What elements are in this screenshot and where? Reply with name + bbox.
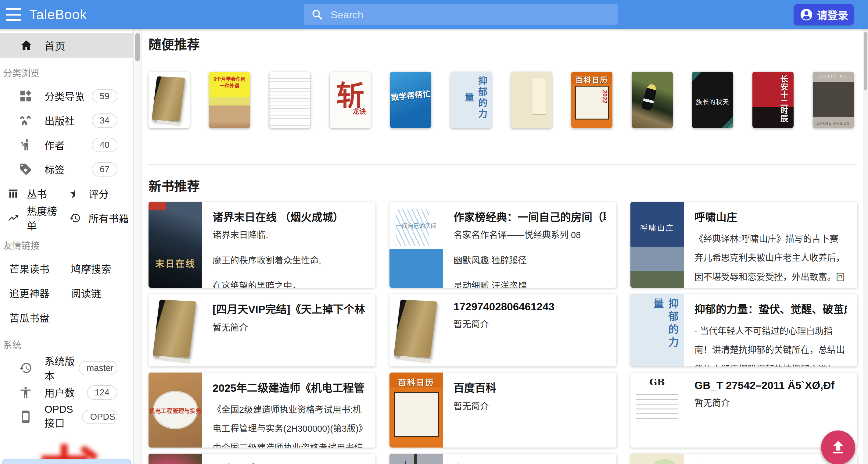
book-cover[interactable]: 斩龙诀 [330,72,371,128]
book-title: [四月天VIP完结]《天上掉下个林妹妹》 [213,301,365,316]
book-cover[interactable] [632,72,673,128]
book-description: 《全国2级建造师执业资格考试用书:机电工程管理与实务(2H300000)(第3版… [213,400,365,448]
book-card[interactable]: 一间自己的房间 作家榜经典：一间自己的房间（聪明女... 名家名作名译——悦经典… [390,202,616,288]
friend-link[interactable]: 追更神器 [0,281,67,305]
series-icon [7,188,19,199]
book-description: 暂无简介 [454,318,606,331]
book-card[interactable]: [四月天VIP完结]《天上掉下个林妹妹》 暂无简介 [149,294,375,366]
book-title: 17297402806461243 [454,301,606,313]
search-input[interactable] [330,8,611,21]
friend-link[interactable]: 阅读链 [67,281,133,305]
sidebar-item-label: 首页 [44,38,65,53]
book-cover-thumbnail: 抑郁的力量 [630,294,684,366]
book-cover[interactable] [269,72,310,128]
book-cover[interactable]: UNTITLEDDIANE ARBUS [813,72,854,128]
book-cover-thumbnail: 一间自己的房间 [390,202,443,288]
book-card[interactable]: 百科日历 百度百科 暂无简介 [390,372,616,448]
scrollbar-thumb[interactable] [864,32,867,90]
book-cover-thumbnail: 机电工程管理与实务 [149,372,202,448]
sidebar-row: 丛书 评分 [0,181,133,206]
book-title: 狮子 [694,460,847,464]
sidebar-item-label: 评分 [89,186,109,201]
count-badge: 34 [92,113,117,128]
book-cover[interactable]: 百科日历2022 [571,72,613,128]
book-description: 《经典译林:呼啸山庄》描写的吉卜赛弃儿希思克利夫被山庄老主人收养后，因不堪受辱和… [694,230,847,288]
site-logo: 书 [21,424,113,464]
sidebar-item-all-books[interactable]: 所有书籍 [67,206,133,230]
book-cover-thumbnail: 末日在线 [149,202,202,288]
scrollbar-thumb[interactable] [135,33,140,61]
book-card[interactable]: 17297402806461243 暂无简介 [390,294,616,366]
author-icon [19,138,32,152]
book-cover[interactable]: 抑郁的力量 [451,72,492,128]
menu-icon[interactable] [6,8,21,21]
book-cover-thumbnail: 呼啸山庄 [630,202,684,288]
count-badge: 59 [92,89,117,103]
book-card[interactable]: 东风 [390,454,616,464]
sidebar-row: 追更神器 阅读链 [0,281,133,305]
book-card[interactable]: 机电工程管理与实务 2025年二级建造师《机电工程管理与实... 《全国2级建造… [149,372,375,448]
sidebar-item-authors[interactable]: 作者 40 [0,133,133,157]
book-cover[interactable]: 族长的秋天 [692,72,733,128]
book-cover-thumbnail: 百科日历 [390,372,443,448]
random-covers-row: 6个月学会任何一种外语 斩龙诀 数学帮帮忙 抑郁的力量 百科日历2022 族长的… [149,72,857,128]
book-card[interactable]: GB GB_T 27542–2011 Ä5`XØ,Đf 暂无简介 [630,372,857,448]
section-header-browse: 分类浏览 [0,66,133,79]
page-scrollbar[interactable] [863,29,868,464]
users-icon [19,386,32,399]
book-title: 百度百科 [454,379,606,395]
book-cover[interactable] [149,72,190,128]
sidebar-item-version[interactable]: 系统版本 master [0,356,133,380]
new-books-grid: 末日在线 诸界末日在线 （烟火成城） 诸界末日降临,魔王的秩序收割着众生性命,在… [149,202,857,464]
book-card[interactable]: 呼啸山庄 呼啸山庄 《经典译林:呼啸山庄》描写的吉卜赛弃儿希思克利夫被山庄老主人… [630,202,857,288]
friend-link[interactable]: 苦瓜书盘 [0,305,67,330]
sidebar-row: 热度榜单 所有书籍 [0,206,133,230]
sidebar: 首页 分类浏览 分类导览 59 出版社 34 作者 40 标签 [0,29,133,464]
book-cover[interactable]: 6个月学会任何一种外语 [209,72,250,128]
sidebar-item-categories[interactable]: 分类导览 59 [0,84,133,108]
upload-fab-button[interactable] [821,430,855,464]
sidebar-item-series[interactable]: 丛书 [0,181,67,206]
search-bar[interactable] [304,4,618,25]
opds-badge: OPDS [82,410,117,424]
friend-link[interactable]: 芒果读书 [0,256,67,281]
book-cover-thumbnail [390,454,443,464]
search-icon [311,8,323,21]
book-card[interactable]: 末日在线 诸界末日在线 （烟火成城） 诸界末日降临,魔王的秩序收割着众生性命,在… [149,202,375,288]
login-button[interactable]: 请登录 [794,4,854,25]
sidebar-item-rating[interactable]: 评分 [67,181,133,206]
book-description: 暂无简介 [694,397,847,409]
sidebar-item-publishers[interactable]: 出版社 34 [0,108,133,133]
version-badge: master [79,361,117,375]
sidebar-item-home[interactable]: 首页 [0,33,133,58]
book-cover[interactable]: 长安十二时辰 [752,72,794,128]
book-description: 名家名作名译——悦经典系列 08幽默风趣 独辟蹊径灵动细腻 汪洋恣肆… [454,230,606,288]
book-cover-thumbnail [390,294,443,366]
count-badge: 40 [92,138,117,152]
sidebar-item-label: 系统版本 [44,353,79,383]
book-card[interactable]: 百度百科 [149,454,375,464]
book-cover-thumbnail [149,454,202,464]
book-cover-thumbnail: GB [630,372,684,448]
book-description: 暂无简介 [454,400,606,413]
sidebar-scrollbar[interactable] [133,29,142,464]
home-icon [20,39,33,52]
book-title: 抑郁的力量：蛰伏、觉醒、破茧成蝶_... [694,301,847,316]
book-cover[interactable]: 数学帮帮忙 [390,72,431,128]
section-header-links: 友情链接 [0,238,133,252]
sidebar-item-trending[interactable]: 热度榜单 [0,206,67,230]
book-title: 呼啸山庄 [694,208,847,224]
sidebar-row: 芒果读书 鸠摩搜索 [0,256,133,281]
count-badge: 124 [87,385,117,400]
star-half-icon [69,188,81,199]
book-card[interactable]: 抑郁的力量 抑郁的力量：蛰伏、觉醒、破茧成蝶_... · 当代年轻人不可错过的心… [630,294,857,366]
book-title: 2025年二级建造师《机电工程管理与实... [213,379,365,395]
book-title: 东风 [454,460,606,464]
sidebar-item-tags[interactable]: 标签 67 [0,157,133,181]
sidebar-item-label: 分类导览 [44,89,85,103]
book-cover[interactable] [511,72,552,128]
friend-link[interactable]: 鸠摩搜索 [67,256,133,281]
book-title: 百度百科 [213,460,365,464]
section-title-random: 随便推荐 [149,37,857,53]
sidebar-item-users[interactable]: 用户数 124 [0,380,133,404]
